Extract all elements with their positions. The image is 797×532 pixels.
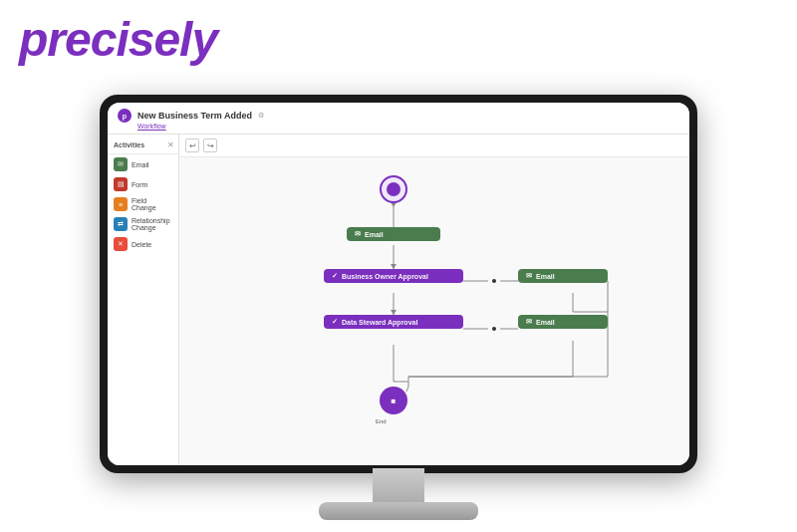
email-node-1[interactable]: ✉ Email <box>347 227 440 241</box>
delete-label: Delete <box>132 241 151 248</box>
approval-node-1-icon: ✓ <box>332 272 338 280</box>
monitor-screen: p New Business Term Added ⚙ Workflow Act… <box>108 103 689 465</box>
sidebar: Activities ✕ ✉ Email ▤ Form ≡ Field Chan… <box>108 134 179 465</box>
logo: precisely <box>19 12 217 67</box>
start-node[interactable] <box>380 175 407 203</box>
email-node-2[interactable]: ✉ Email <box>518 269 608 283</box>
sidebar-collapse-button[interactable]: ✕ <box>167 140 174 149</box>
sidebar-header: Activities ✕ <box>108 138 178 154</box>
approval-node-2-label: Data Steward Approval <box>342 319 417 326</box>
relationship-label: Relationship Change <box>132 217 172 231</box>
sidebar-item-delete[interactable]: ✕ Delete <box>108 234 178 254</box>
svg-point-17 <box>492 279 496 283</box>
sidebar-item-email[interactable]: ✉ Email <box>108 154 178 174</box>
email-node-1-label: Email <box>365 231 384 238</box>
sidebar-title: Activities <box>114 141 144 148</box>
sidebar-item-relationship-change[interactable]: ⇄ Relationship Change <box>108 214 178 234</box>
canvas-area: ↩ ↪ <box>179 134 689 465</box>
logo-text: precisely <box>19 13 217 66</box>
email-node-3[interactable]: ✉ Email <box>518 315 608 329</box>
undo-button[interactable]: ↩ <box>185 138 199 152</box>
field-change-label: Field Change <box>132 197 172 211</box>
workflow-canvas[interactable]: ✉ Email ✓ Business Owner Approval ✉ Emai… <box>179 157 689 465</box>
relationship-icon: ⇄ <box>114 217 128 231</box>
workflow-link[interactable]: Workflow <box>137 123 679 130</box>
app-header-top: p New Business Term Added ⚙ <box>118 109 679 123</box>
approval-node-2-icon: ✓ <box>332 318 338 326</box>
sidebar-item-field-change[interactable]: ≡ Field Change <box>108 194 178 214</box>
approval-node-2[interactable]: ✓ Data Steward Approval <box>324 315 463 329</box>
email-node-2-label: Email <box>536 273 555 280</box>
email-label: Email <box>132 161 149 168</box>
redo-button[interactable]: ↪ <box>203 138 217 152</box>
app-header: p New Business Term Added ⚙ Workflow <box>108 103 689 134</box>
email-node-3-label: Email <box>536 319 555 326</box>
monitor: p New Business Term Added ⚙ Workflow Act… <box>100 95 697 473</box>
field-change-icon: ≡ <box>114 197 128 211</box>
approval-node-1[interactable]: ✓ Business Owner Approval <box>324 269 463 283</box>
delete-icon: ✕ <box>114 237 128 251</box>
end-node[interactable]: ■ <box>380 387 407 414</box>
workflow-connectors <box>179 157 689 465</box>
form-label: Form <box>132 181 147 188</box>
start-node-inner <box>387 182 400 196</box>
app-logo: p <box>118 109 132 123</box>
monitor-stand-base <box>319 502 478 520</box>
app-title: New Business Term Added <box>137 111 252 121</box>
end-label: End <box>376 418 387 424</box>
end-node-inner: ■ <box>392 397 397 405</box>
canvas-toolbar: ↩ ↪ <box>179 134 689 157</box>
sidebar-item-form[interactable]: ▤ Form <box>108 174 178 194</box>
svg-point-18 <box>492 327 496 331</box>
email-node-2-icon: ✉ <box>526 272 532 280</box>
email-node-3-icon: ✉ <box>526 318 532 326</box>
monitor-stand-neck <box>373 468 424 506</box>
approval-node-1-label: Business Owner Approval <box>342 273 428 280</box>
form-icon: ▤ <box>114 177 128 191</box>
email-icon: ✉ <box>114 157 128 171</box>
settings-icon[interactable]: ⚙ <box>258 112 264 120</box>
svg-line-16 <box>406 387 408 392</box>
email-node-1-icon: ✉ <box>355 230 361 238</box>
app-body: Activities ✕ ✉ Email ▤ Form ≡ Field Chan… <box>108 134 689 465</box>
